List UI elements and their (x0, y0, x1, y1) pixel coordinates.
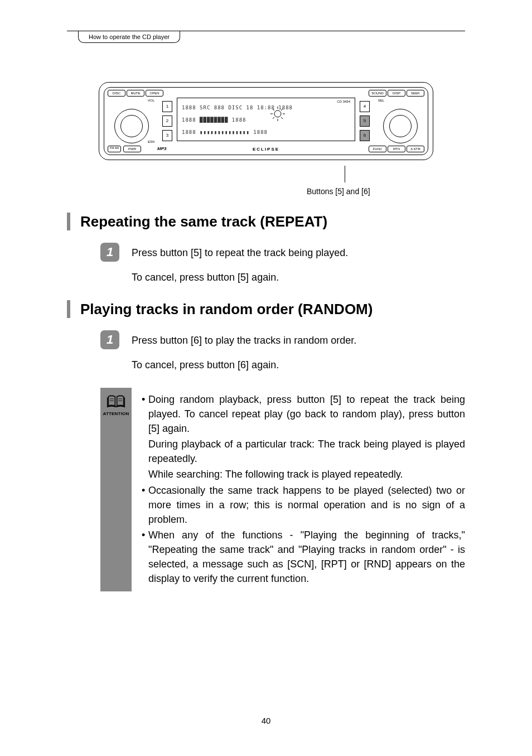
section-repeat-heading: Repeating the same track (REPEAT) (67, 213, 465, 230)
disp-button: DISP (388, 90, 405, 97)
preset-1-button: 1 (162, 101, 172, 112)
preset-6-button: 6 (360, 130, 370, 141)
preset-2-button: 2 (162, 115, 172, 127)
rtn-button: RTN (388, 146, 405, 152)
fm-am-button: FM AM (108, 146, 121, 152)
attention-bullet-1-sub-2: While searching: The following track is … (142, 467, 465, 481)
attention-block: ATTENTION Doing random playback, press b… (100, 388, 465, 591)
lcd-row-2: 1888 ████████ 1888 (182, 117, 246, 123)
lcd-row-3: 1888 ▮▮▮▮▮▮▮▮▮▮▮▮▮▮ 1888 (182, 129, 268, 135)
preset-5-button: 5 (360, 115, 370, 127)
attention-bullet-3: When any of the functions - "Playing the… (142, 528, 465, 586)
section-random-heading: Playing tracks in random order (RANDOM) (67, 300, 465, 318)
disc-button: DISC (108, 90, 125, 97)
astr-button: A·STR (407, 146, 424, 152)
esn-label: ESN (148, 140, 154, 143)
mute-button: MUTE (127, 90, 144, 97)
open-button: OPEN (146, 90, 163, 97)
lcd-screen: CD 3434 1888 SRC 888 DISC 18 18:88 1888 … (177, 98, 355, 141)
repeat-step-sub: To cancel, press button [5] again. (132, 272, 465, 283)
header-tab: How to operate the CD player (78, 31, 180, 43)
heading-bar (67, 213, 70, 230)
vol-label: VOL (148, 99, 154, 102)
section-random-title: Playing tracks in random order (RANDOM) (80, 301, 373, 318)
right-knob (383, 109, 418, 143)
mp3-label: MP3 (157, 146, 166, 151)
heading-bar (67, 300, 70, 318)
preset-4-button: 4 (360, 101, 370, 112)
attention-bullet-1-sub-1: During playback of a particular track: T… (142, 437, 465, 466)
eclipse-logo: ECLIPSE (253, 147, 279, 152)
repeat-step-text: Press button [5] to repeat the track bei… (132, 243, 348, 261)
left-knob (114, 109, 149, 143)
attention-label: ATTENTION (103, 411, 129, 416)
random-step-text: Press button [6] to play the tracks in r… (132, 330, 356, 348)
attention-sidebar: ATTENTION (100, 388, 132, 591)
repeat-step-1: 1 Press button [5] to repeat the track b… (100, 243, 465, 262)
sound-button: SOUND (369, 90, 386, 97)
caption-pointer-line (345, 166, 465, 182)
svg-line-6 (281, 117, 283, 119)
step-number-badge: 1 (100, 330, 119, 349)
func-button: FUNC (369, 146, 386, 152)
page-number: 40 (0, 716, 532, 725)
step-number-badge: 1 (100, 243, 119, 262)
model-label: CD 3434 (337, 100, 350, 103)
svg-point-0 (274, 110, 281, 117)
random-step-sub: To cancel, press button [6] again. (132, 359, 465, 371)
svg-line-7 (273, 117, 274, 119)
seek-button: SEEK (407, 90, 424, 97)
svg-line-8 (281, 109, 283, 110)
figure-caption: Buttons [5] and [6] (307, 187, 465, 196)
random-step-1: 1 Press button [6] to play the tracks in… (100, 330, 465, 349)
attention-content: Doing random playback, press button [5] … (132, 388, 465, 591)
sun-icon (270, 106, 286, 122)
sel-label: SEL (378, 99, 384, 102)
svg-line-5 (273, 109, 274, 110)
pwr-button: PWR (123, 146, 141, 152)
attention-bullet-1: Doing random playback, press button [5] … (142, 392, 465, 436)
book-icon (107, 394, 125, 409)
preset-3-button: 3 (162, 130, 172, 141)
device-illustration: DISC MUTE OPEN SOUND DISP SEEK FM AM PWR… (99, 82, 433, 160)
attention-bullet-2: Occasionally the same track happens to b… (142, 483, 465, 527)
section-repeat-title: Repeating the same track (REPEAT) (80, 213, 327, 230)
device-inner-frame: DISC MUTE OPEN SOUND DISP SEEK FM AM PWR… (104, 87, 428, 155)
